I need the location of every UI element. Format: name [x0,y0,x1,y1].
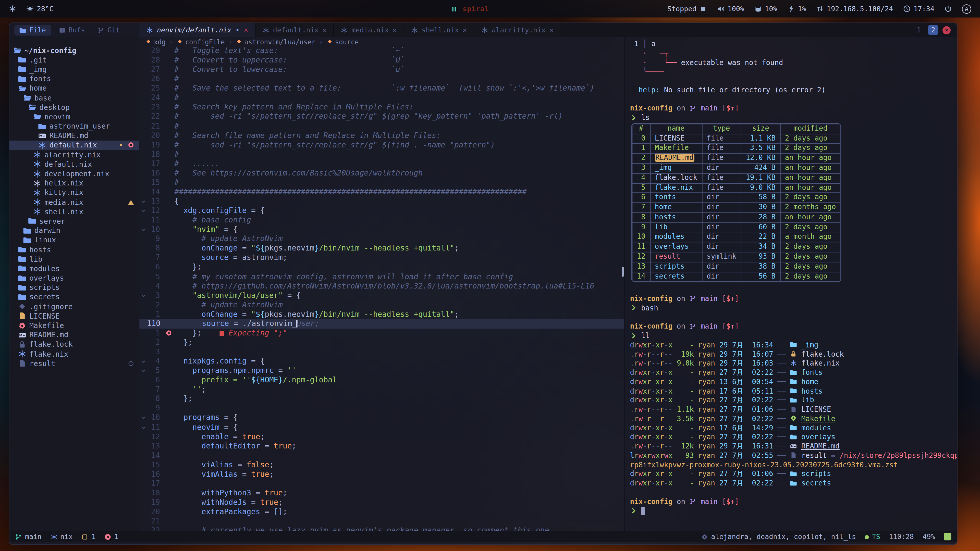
code-line[interactable]: 21 [139,517,624,526]
battery[interactable]: 1% [788,5,806,13]
code-line[interactable]: 16# See https://astronvim.com/Basic%20Us… [139,168,624,178]
tabpage-2[interactable]: 2 [928,25,938,35]
tree-item-makefile[interactable]: Makefile [10,321,139,330]
tree-item-base[interactable]: base [10,93,139,103]
code-line[interactable]: 9 [139,404,624,413]
code-line[interactable]: 14 [139,451,624,460]
code-line[interactable]: 6 }; [139,263,624,272]
tree-item-overlays[interactable]: overlays [10,273,139,283]
code-line[interactable]: 15 viAlias = false; [139,460,624,470]
code-line[interactable]: 5 # my cusotom astronvim config, astronv… [139,272,624,282]
code-line[interactable]: 19# sed -ri "s/pattern_str/replace_str/g… [139,140,624,150]
code-line[interactable]: 2 # update AstroNvim [139,300,624,310]
code-line[interactable]: 11 neovim = { [139,423,624,432]
tree-item--git[interactable]: .git [10,55,139,65]
code-line[interactable]: 14######################################… [139,187,624,197]
tree-item-result[interactable]: result [10,359,139,368]
tree-item-kitty-nix[interactable]: kitty.nix [10,188,139,197]
code-line[interactable]: 7 source = astronvim; [139,253,624,263]
code-line[interactable]: 23# Search key pattern and Replace in Mu… [139,103,624,112]
editor-pane[interactable]: xdg›configFile›astronvim/lua/user›source… [139,37,624,531]
buffer-tab[interactable]: neovim/default.nix× [139,23,256,37]
tree-item-flake-nix[interactable]: flake.nix [10,349,139,359]
breadcrumb-item[interactable]: source [327,38,359,45]
code-line[interactable]: 13{ [139,197,624,206]
tree-item-secrets[interactable]: secrets [10,292,139,302]
tree-item-default-nix[interactable]: default.nix [10,141,139,150]
code-line[interactable]: 25# Save the selected text to a file: `:… [139,84,624,94]
tree-item-astronvim-user[interactable]: astronvim_user [10,121,139,131]
code-line[interactable]: 1 onChange = "${pkgs.neovim}/bin/nvim --… [139,310,624,319]
code-line[interactable]: 29# Toggle text's case: `~` [139,46,624,56]
code-line[interactable]: 18# [139,150,624,159]
tree-item-helix-nix[interactable]: helix.nix [10,178,139,188]
recording-status[interactable]: Stopped [667,5,707,13]
tree-item-media-nix[interactable]: media.nix [10,197,139,207]
tree-item-default-nix[interactable]: default.nix [10,159,139,169]
code-line[interactable]: 5 programs.npm.npmrc = '' [139,366,624,375]
code-line[interactable]: 12 enable = true; [139,432,624,441]
buffer-tab[interactable]: shell.nix× [404,23,474,37]
code-line[interactable]: 19 withNodeJs = true; [139,498,624,507]
code-line[interactable]: 13 defaultEditor = true; [139,441,624,451]
disk-usage[interactable]: 10% [754,5,777,13]
code-line[interactable]: 16 vimAlias = true; [139,470,624,479]
tree-item-hosts[interactable]: hosts [10,245,139,254]
code-line[interactable]: 22 # currently we use lazy.nvim as neovi… [139,526,624,531]
code-line[interactable]: 3 [139,348,624,357]
code-line[interactable]: 24# [139,94,624,103]
explorer-tab-git[interactable]: Git [92,25,125,35]
close-tab-icon[interactable]: × [322,27,326,33]
tree-item-lib[interactable]: lib [10,254,139,264]
buffer-tab[interactable]: alacritty.nix× [474,23,561,37]
tree-item-linux[interactable]: linux [10,235,139,245]
code-line[interactable]: 7 ''; [139,385,624,394]
editor-scrollbar[interactable] [622,267,624,277]
code-line[interactable]: 15# [139,178,624,187]
tree-item--img[interactable]: _img [10,65,139,74]
tree-item-server[interactable]: server [10,216,139,226]
close-tab-icon[interactable]: × [549,27,553,33]
code-line[interactable]: 1 }; ■ Expecting ";" [139,329,624,338]
code-line[interactable]: 110 source = ./astronvim_user; [139,319,624,329]
code-line[interactable]: 8 }; [139,394,624,404]
explorer-tab-file[interactable]: File [14,25,51,35]
volume[interactable]: 100% [717,5,745,13]
code-line[interactable]: 20 extraPackages = []; [139,507,624,517]
code-line[interactable]: 26# [139,75,624,84]
tree-item-neovim[interactable]: neovim [10,112,139,121]
code-line[interactable]: 4 # https://github.com/AstroNvim/AstroNv… [139,281,624,291]
tree-item-fonts[interactable]: fonts [10,74,139,83]
keyboard-layout[interactable]: A [962,4,971,14]
tree-item-desktop[interactable]: desktop [10,103,139,112]
breadcrumb-item[interactable]: astronvim/lua/user [236,38,315,45]
tree-item-readme-md[interactable]: README.md [10,330,139,340]
tree-item--gitignore[interactable]: .gitignore [10,302,139,311]
code-line[interactable]: 11 # base config [139,216,624,225]
close-tab-icon[interactable]: × [393,27,396,33]
tree-item-shell-nix[interactable]: shell.nix [10,207,139,216]
explorer-tab-bufs[interactable]: Bufs [53,25,90,35]
breadcrumb-item[interactable]: configFile [177,38,225,45]
buffer-tab[interactable]: default.nix× [256,23,334,37]
tree-item-modules[interactable]: modules [10,264,139,273]
tree-item--nix-config[interactable]: ~/nix-config [10,46,139,55]
code-line[interactable]: 17# ...... [139,159,624,168]
tree-item-readme-md[interactable]: README.md [10,131,139,141]
code-line[interactable]: 4 nixpkgs.config = { [139,357,624,366]
network[interactable]: 192.168.5.100/24 [816,5,893,13]
tree-item-scripts[interactable]: scripts [10,283,139,292]
close-tab-icon[interactable]: × [244,27,248,33]
media-widget[interactable]: spiral [451,5,489,13]
code-line[interactable]: 9 # update AstroNvim [139,234,624,244]
tree-item-darwin[interactable]: darwin [10,226,139,235]
code-line[interactable]: 6 prefix = ''${HOME}/.npm-global [139,375,624,385]
code-line[interactable]: 21# [139,121,624,131]
tree-item-alacritty-nix[interactable]: alacritty.nix [10,150,139,159]
code-line[interactable]: 10 programs = { [139,413,624,423]
code-line[interactable]: 2 }; [139,338,624,348]
close-tab-icon[interactable]: × [463,27,467,33]
breadcrumb-item[interactable]: xdg [146,38,165,45]
code-line[interactable]: 27# Convert to lowercase: `u` [139,65,624,75]
clock[interactable]: 17:34 [903,5,934,13]
